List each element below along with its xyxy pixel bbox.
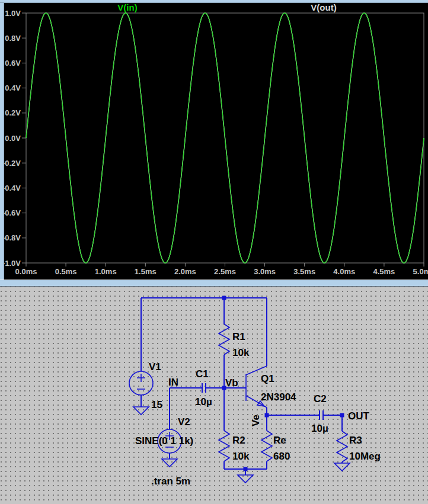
waveform-plot[interactable]: 1.0V0.8V0.6V0.4V0.2V0.0V-0.2V-0.4V-0.6V-…: [0, 0, 428, 280]
x-axis-tick-label: 0.5ms: [55, 267, 77, 276]
y-axis-tick-label: -0.2V: [2, 159, 21, 168]
y-axis-tick-label: -0.8V: [2, 233, 21, 242]
r2-value[interactable]: 10k: [232, 451, 250, 462]
spice-directive[interactable]: .tran 5m: [151, 476, 190, 487]
r2-name[interactable]: R2: [232, 435, 245, 446]
schematic-canvas[interactable]: V1 15 V2 SINE(0 1 1k) C1 10µ R1 10k Q1 2…: [0, 287, 428, 504]
ground-icon-v1[interactable]: [133, 407, 149, 415]
y-axis-tick-label: 0.2V: [5, 108, 21, 117]
junction-gnd: [244, 467, 248, 471]
y-axis-tick-label: -1.0V: [2, 259, 21, 268]
r1-value[interactable]: 10k: [232, 347, 250, 358]
v2-name[interactable]: V2: [178, 416, 190, 428]
r3-name[interactable]: R3: [349, 435, 362, 446]
net-label-in[interactable]: IN: [168, 377, 178, 388]
y-axis-tick-label: 0.0V: [5, 134, 21, 143]
q1-name[interactable]: Q1: [261, 373, 274, 384]
v1-plus-minus-icon: [137, 374, 145, 389]
net-label-ve[interactable]: Ve: [250, 415, 261, 426]
ground-icon-r3[interactable]: [334, 463, 350, 471]
junction-ve: [265, 413, 269, 418]
x-axis-tick-label: 4.5ms: [373, 267, 395, 276]
net-label-vb[interactable]: Vb: [225, 377, 238, 389]
y-axis-tick-label: 1.0V: [5, 9, 21, 18]
junction-top: [222, 296, 226, 300]
v1-value[interactable]: 15: [151, 399, 162, 410]
x-axis-tick-label: 1.5ms: [135, 267, 156, 276]
v2-value[interactable]: SINE(0 1 1k): [135, 435, 193, 447]
y-axis-tick-label: -0.4V: [2, 184, 21, 192]
capacitor-c2-symbol[interactable]: [320, 410, 323, 420]
x-axis-tick-label: 2.0ms: [174, 267, 196, 276]
x-axis-tick-label: 3.0ms: [254, 267, 276, 276]
q1-value[interactable]: 2N3904: [261, 391, 296, 403]
ground-icon-mid[interactable]: [238, 475, 253, 483]
c1-name[interactable]: C1: [196, 368, 209, 380]
schematic-svg: V1 15 V2 SINE(0 1 1k) C1 10µ R1 10k Q1 2…: [0, 287, 428, 504]
r3-value[interactable]: 10Meg: [349, 451, 381, 462]
resistor-r1-symbol[interactable]: [219, 324, 229, 355]
net-label-out[interactable]: OUT: [348, 410, 370, 422]
c1-value[interactable]: 10µ: [195, 396, 212, 407]
window-separator[interactable]: [0, 280, 428, 287]
y-axis-tick-label: 0.6V: [5, 59, 21, 68]
resistor-re-symbol[interactable]: [261, 431, 272, 461]
x-axis-tick-label: 1.0ms: [95, 267, 117, 276]
x-axis-tick-label: 2.5ms: [214, 267, 236, 276]
re-name[interactable]: Re: [273, 435, 286, 446]
re-value[interactable]: 680: [273, 451, 290, 462]
x-axis-tick-label: 0.0ms: [15, 267, 37, 276]
y-axis-tick-label: 0.8V: [5, 34, 21, 43]
trace-V(in)[interactable]: [26, 13, 424, 263]
junction-out: [340, 413, 344, 418]
resistor-r3-symbol[interactable]: [337, 431, 347, 462]
ground-icon-v2[interactable]: [162, 459, 177, 467]
resistor-r2-symbol[interactable]: [219, 431, 229, 461]
y-axis-tick-label: -0.6V: [2, 208, 21, 217]
y-axis-tick-label: 0.4V: [5, 84, 21, 92]
window-border-top: [0, 0, 428, 3]
v1-name[interactable]: V1: [149, 361, 161, 373]
waveform-window: V(in) V(out) 1.0V0.8V0.6V0.4V0.2V0.0V-0.…: [0, 0, 428, 287]
window-border-left: [0, 3, 4, 280]
x-axis-tick-label: 3.5ms: [293, 267, 315, 276]
c2-value[interactable]: 10µ: [311, 423, 328, 434]
c2-name[interactable]: C2: [314, 393, 327, 405]
r1-name[interactable]: R1: [232, 331, 245, 342]
x-axis-tick-label: 4.0ms: [333, 267, 355, 276]
capacitor-c1-symbol[interactable]: [202, 383, 206, 393]
x-axis-tick-label: 5.0ms: [413, 267, 428, 276]
